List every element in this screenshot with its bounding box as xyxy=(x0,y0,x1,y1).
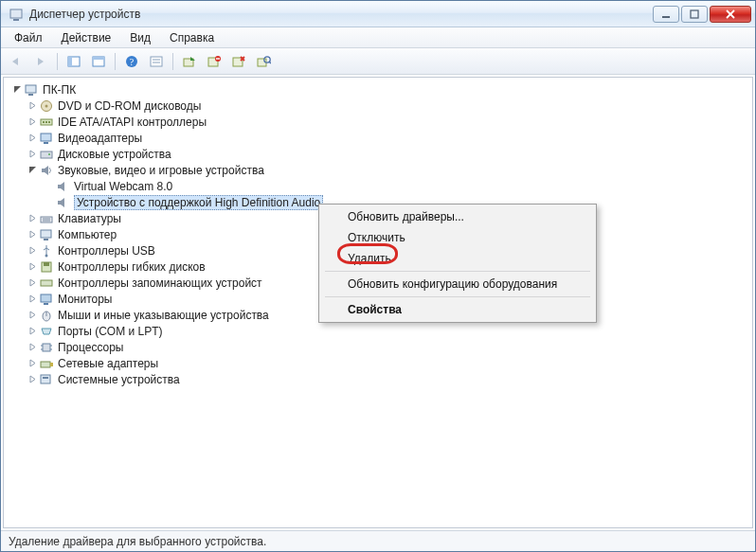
tree-label: Мыши и иные указывающие устройства xyxy=(58,309,269,322)
svg-point-40 xyxy=(45,254,48,257)
tree-item-disks[interactable]: Дисковые устройства xyxy=(9,146,747,162)
expand-icon[interactable] xyxy=(27,261,38,273)
svg-point-34 xyxy=(48,153,50,155)
properties-button[interactable] xyxy=(145,51,168,72)
expand-icon[interactable] xyxy=(27,213,38,224)
expand-icon[interactable] xyxy=(27,229,38,240)
keyboard-icon xyxy=(39,211,54,226)
svg-line-22 xyxy=(269,62,271,63)
tree-label: Процессоры xyxy=(58,341,124,354)
uninstall-device-button[interactable] xyxy=(227,51,250,72)
tree-item-ide[interactable]: IDE ATA/ATAPI контроллеры xyxy=(9,114,747,130)
tree-item-ports[interactable]: Порты (COM и LPT) xyxy=(9,323,747,339)
back-button[interactable] xyxy=(5,51,27,72)
window-buttons xyxy=(651,6,751,23)
disable-device-button[interactable] xyxy=(203,51,225,72)
toolbar: ? xyxy=(1,48,755,75)
ide-controller-icon xyxy=(39,115,54,130)
expand-icon[interactable] xyxy=(27,342,38,353)
svg-rect-53 xyxy=(41,362,50,367)
svg-rect-33 xyxy=(41,151,52,158)
tree-label: Контроллеры USB xyxy=(58,244,155,258)
tree-root[interactable]: ПК-ПК xyxy=(9,81,747,98)
floppy-icon xyxy=(39,259,54,275)
toolbar-separator xyxy=(57,53,58,70)
svg-rect-56 xyxy=(43,377,48,379)
tree-label: Системные устройства xyxy=(58,373,180,386)
svg-rect-43 xyxy=(41,280,52,286)
device-manager-window: Диспетчер устройств Файл Действие Вид Сп… xyxy=(0,0,756,552)
expand-icon[interactable] xyxy=(27,245,38,257)
menubar: Файл Действие Вид Справка xyxy=(1,27,755,48)
svg-rect-38 xyxy=(41,230,51,238)
tree-label: Контроллеры гибких дисков xyxy=(58,260,206,274)
expand-icon[interactable] xyxy=(27,358,38,369)
ctx-disable[interactable]: Отключить xyxy=(321,227,594,248)
close-button[interactable] xyxy=(710,6,751,23)
expand-icon[interactable] xyxy=(27,133,38,144)
svg-text:?: ? xyxy=(130,57,135,67)
expand-icon[interactable] xyxy=(27,326,38,337)
svg-rect-42 xyxy=(44,262,49,266)
svg-rect-32 xyxy=(44,142,48,144)
port-icon xyxy=(39,324,54,339)
show-hide-tree-button[interactable] xyxy=(63,51,85,72)
storage-controller-icon xyxy=(39,276,54,291)
menu-action[interactable]: Действие xyxy=(52,29,121,46)
expand-icon[interactable] xyxy=(27,165,38,176)
tree-label: DVD и CD-ROM дисководы xyxy=(58,99,201,113)
ctx-properties[interactable]: Свойства xyxy=(321,299,594,320)
menu-help[interactable]: Справка xyxy=(160,29,224,46)
expand-icon[interactable] xyxy=(27,277,38,289)
ctx-rescan[interactable]: Обновить конфигурацию оборудования xyxy=(321,274,594,294)
expand-icon[interactable] xyxy=(27,116,38,128)
statusbar-text: Удаление драйвера для выбранного устройс… xyxy=(9,535,266,548)
display-adapter-icon xyxy=(39,131,54,146)
tree-item-sysdev[interactable]: Системные устройства xyxy=(9,371,747,387)
tree-label: Порты (COM и LPT) xyxy=(58,325,163,338)
expand-icon[interactable] xyxy=(27,149,38,160)
tree-item-virtual-webcam[interactable]: Virtual Webcam 8.0 xyxy=(9,178,747,194)
ctx-delete[interactable]: Удалить xyxy=(321,248,594,269)
tree-item-dvd[interactable]: DVD и CD-ROM дисководы xyxy=(9,98,747,114)
ctx-separator xyxy=(325,271,590,272)
monitor-icon xyxy=(39,292,54,307)
expand-icon[interactable] xyxy=(27,310,38,321)
menu-view[interactable]: Вид xyxy=(120,29,160,46)
tree-label-selected: Устройство с поддержкой High Definition … xyxy=(74,195,323,210)
computer-icon xyxy=(24,82,39,98)
sound-icon xyxy=(55,179,70,194)
device-tree-pane: ПК-ПК DVD и CD-ROM дисководы IDE ATA/ATA… xyxy=(3,77,753,528)
svg-rect-35 xyxy=(41,217,52,223)
minimize-button[interactable] xyxy=(653,6,679,23)
tree-item-audio[interactable]: Звуковые, видео и игровые устройства xyxy=(9,162,747,178)
expand-icon[interactable] xyxy=(27,100,38,112)
tree-item-cpu[interactable]: Процессоры xyxy=(9,339,747,355)
show-hide-action-button[interactable] xyxy=(87,51,110,72)
svg-rect-7 xyxy=(68,57,72,66)
svg-rect-1 xyxy=(13,19,19,21)
statusbar: Удаление драйвера для выбранного устройс… xyxy=(1,530,755,551)
tree-item-video[interactable]: Видеоадаптеры xyxy=(9,130,747,146)
titlebar: Диспетчер устройств xyxy=(1,1,755,27)
svg-rect-12 xyxy=(151,57,162,66)
menu-file[interactable]: Файл xyxy=(5,29,52,46)
scan-hardware-button[interactable] xyxy=(252,51,275,72)
tree-item-netadapters[interactable]: Сетевые адаптеры xyxy=(9,355,747,371)
expand-icon[interactable] xyxy=(11,84,23,96)
svg-rect-30 xyxy=(48,121,50,123)
svg-rect-0 xyxy=(10,9,22,18)
maximize-button[interactable] xyxy=(681,6,708,23)
tree-label: Контроллеры запоминающих устройст xyxy=(58,276,262,290)
forward-button[interactable] xyxy=(29,51,52,72)
app-icon xyxy=(9,7,24,22)
expand-icon[interactable] xyxy=(27,294,38,305)
svg-rect-18 xyxy=(216,58,220,59)
svg-rect-23 xyxy=(26,85,36,93)
ctx-update-drivers[interactable]: Обновить драйверы... xyxy=(321,206,594,227)
help-button[interactable]: ? xyxy=(120,51,143,72)
update-driver-button[interactable] xyxy=(178,51,201,72)
svg-rect-2 xyxy=(662,16,670,18)
expand-icon[interactable] xyxy=(27,374,38,385)
tree-label: ПК-ПК xyxy=(43,83,76,97)
